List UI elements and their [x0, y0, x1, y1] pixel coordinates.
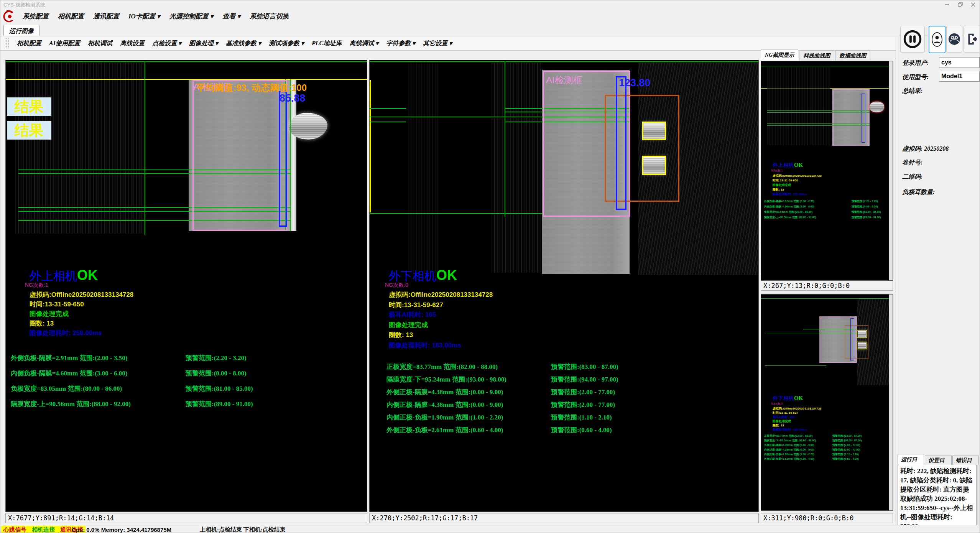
mini-measurement-warn: 预警范围:(2.00 - 77.00) [832, 448, 860, 452]
mini-measurement-value: 外侧正极-负极=2.61mm 范围:(0.60 - 4.00) [764, 457, 814, 461]
measurement-warn-range: 预警范围:(0.60 - 4.00) [551, 426, 612, 434]
mid-measure-line [370, 122, 406, 122]
tab-data-curve[interactable]: 数据曲线图 [835, 51, 870, 61]
toolbar-item[interactable]: 相机配置 [13, 39, 45, 48]
toolbar-item[interactable]: 离线调试 ▾ [345, 39, 382, 48]
mini-measurement-warn: 预警范围:(94.00 - 97.00) [832, 439, 862, 443]
exit-button[interactable] [964, 26, 980, 53]
mid-guide-line [370, 61, 759, 62]
mid-tab-box-yellow [642, 156, 666, 175]
measurement-warn-range: 预警范围:(81.00 - 85.00) [186, 384, 253, 393]
thumb1-ng: NG次数:1 [771, 169, 783, 173]
measurement-row: 外侧正极-隔膜=4.38mm 范围:(0.00 - 9.00) 预警范围:(2.… [386, 388, 755, 400]
mid-camera-result: OK [436, 267, 457, 283]
toolbar-item[interactable]: PLC地址库 [308, 39, 345, 48]
left-guide-vline [145, 61, 145, 235]
thumb2-line [765, 333, 857, 333]
menu-item[interactable]: 系统配置 [18, 12, 53, 21]
mini-measurement-row: 隔膜宽度-下=95.24mm 范围:(93.00 - 98.00) 预警范围:(… [764, 439, 889, 443]
tab-run-log[interactable]: 运行日志 [898, 454, 924, 465]
left-metal-tab-image [289, 113, 327, 140]
measurement-row: 内侧正极-负极=1.90mm 范围:(1.00 - 2.20) 预警范围:(1.… [386, 413, 755, 426]
toolbar-items: 相机配置AI使用配置相机调试离线设置点检设置 ▾图像处理 ▾基准线参数 ▾测试项… [13, 39, 456, 48]
thumbnail-upper-camera[interactable]: 外上相机OK NG次数:1 虚拟码:Offline202502081331347… [761, 61, 893, 281]
toolbar-item[interactable]: AI使用配置 [45, 39, 84, 48]
tab-ng-snapshot[interactable]: NG截图显示 [761, 49, 798, 61]
menubar: 系统配置相机配置通讯配置IO卡配置 ▾光源控制配置 ▾查看 ▾系统语言切换 [0, 8, 980, 24]
check-status: 上相机:点检结束 下相机:点检结束 [200, 526, 286, 533]
restore-button[interactable] [954, 1, 966, 8]
thumb1-metal-tab [870, 102, 884, 112]
toolbar-item[interactable]: 字符参数 ▾ [382, 39, 419, 48]
thumb1-result: OK [794, 162, 803, 168]
thumb1-scrollbar[interactable] [889, 61, 893, 280]
toolbar-item[interactable]: 点检设置 ▾ [148, 39, 185, 48]
negative-tab-count-label: 负极耳数量: [902, 188, 935, 196]
left-ng-count: NG次数:1 [25, 282, 48, 289]
mini-measurement-value: 隔膜宽度-上=90.56mm 范围:(88.00 - 92.00) [764, 216, 816, 219]
toolbar-grip[interactable] [6, 38, 9, 48]
mini-measurement-value: 外侧正极-隔膜=4.38mm 范围:(0.00 - 9.00) [764, 443, 814, 447]
thumb2-coordinate-bar: X:311;Y:980;R:0;G:0;B:0 [761, 513, 893, 523]
pause-button[interactable] [900, 26, 925, 53]
thumb1-measure-box [862, 94, 865, 143]
toolbar-item[interactable]: 测试项参数 ▾ [265, 39, 308, 48]
close-button[interactable] [967, 1, 979, 8]
mini-measurement-row: 外侧负极-隔膜=2.91mm 范围:(2.00 - 3.50) 预警范围:(2.… [764, 199, 889, 205]
tab-line-curve[interactable]: 料线曲线图 [799, 51, 834, 61]
thumb1-texture [767, 67, 830, 145]
toolbar-item[interactable]: 离线设置 [116, 39, 148, 48]
mid-ai-box-label: AI检测框 [546, 74, 582, 86]
status-bar: 心跳信号 相机连接 通讯连接 Cpu: 0.0% Memory: 3424.41… [0, 525, 980, 533]
thumb1-elapsed: 图像处理耗时: 258.00ms [773, 192, 807, 196]
mid-camera-view[interactable]: AI检测框 123.80 外下相机OK NG次数:0 虚拟码:Offline20… [369, 60, 759, 512]
user-icon [931, 31, 943, 48]
model-field[interactable]: Model1 [939, 71, 980, 82]
thumb2-ai-time: 极耳AI耗时: 165 [773, 415, 795, 419]
app-window: CYS-视觉检测系统 系统配置相机配置通讯配置IO卡配置 ▾光源控制配置 ▾查看… [0, 0, 980, 533]
tab-settings-log[interactable]: 设置日志 [925, 456, 951, 465]
menu-item[interactable]: IO卡配置 ▾ [124, 12, 165, 21]
mid-long-line [370, 213, 542, 214]
user-button[interactable] [929, 26, 945, 53]
measurement-value: 外侧负极-隔膜=2.91mm 范围:(2.00 - 3.50) [11, 354, 127, 362]
toolbar-item[interactable]: 其它设置 ▾ [419, 39, 456, 48]
mini-measurement-value: 正极宽度=83.77mm 范围:(82.00 - 88.00) [764, 434, 812, 438]
cpu-memory-status: Cpu: 0.0% Memory: 3424.41796875M [72, 526, 171, 533]
thumb2-guide-line [761, 298, 890, 299]
toolbar-item[interactable]: 基准线参数 ▾ [222, 39, 265, 48]
toolbar-item[interactable]: 相机调试 [84, 39, 116, 48]
left-ai-detect-box [192, 80, 287, 231]
thumb2-line [765, 365, 826, 366]
left-virtual-code: 虚拟码:Offline20250208133134728 [30, 290, 133, 299]
thumb2-tab-box [857, 330, 867, 338]
tab-error-log[interactable]: 错误日志 [952, 456, 979, 465]
log-scrollbar[interactable] [977, 465, 980, 533]
mid-process-done: 图像处理完成 [389, 321, 428, 329]
measurement-row: 外侧正极-负极=2.61mm 范围:(0.60 - 4.00) 预警范围:(0.… [386, 426, 755, 438]
mini-measurement-row: 负极宽度=83.05mm 范围:(80.00 - 86.00) 预警范围:(81… [764, 210, 889, 216]
menu-item[interactable]: 查看 ▾ [218, 12, 245, 21]
users-button[interactable] [946, 26, 962, 53]
minimize-button[interactable] [941, 1, 953, 8]
thumb2-elapsed: 图像处理耗时: 183.00ms [773, 428, 807, 432]
mini-measurement-row: 内侧正极-隔膜=4.38mm 范围:(0.00 - 9.00) 预警范围:(2.… [764, 448, 889, 452]
exit-icon [965, 32, 979, 46]
menu-item[interactable]: 相机配置 [53, 12, 89, 21]
mini-measurement-warn: 预警范围:(1.10 - 2.10) [832, 452, 858, 456]
mini-measurement-warn: 预警范围:(0.00 - 8.00) [852, 205, 878, 209]
thumbnail-lower-camera[interactable]: 外下相机OK NG次数:0 虚拟码:Offline202502081331347… [761, 294, 893, 511]
left-camera-view[interactable]: AI检测框 平均阈值:93, 动态阈值:100 85.88 外上相机OK NG次… [5, 60, 367, 512]
users-icon [947, 32, 961, 46]
menu-item[interactable]: 通讯配置 [89, 12, 124, 21]
mid-virtual-code: 虚拟码:Offline20250208133134728 [389, 290, 493, 299]
app-logo-icon [2, 10, 15, 23]
mini-measurement-value: 内侧正极-负极=1.90mm 范围:(1.00 - 2.20) [764, 452, 814, 456]
menu-item[interactable]: 光源控制配置 ▾ [165, 12, 218, 21]
login-user-field[interactable]: cys [939, 57, 980, 68]
thumb2-scrollbar[interactable] [889, 294, 893, 510]
toolbar-item[interactable]: 图像处理 ▾ [185, 39, 222, 48]
menu-item[interactable]: 系统语言切换 [245, 12, 293, 21]
thumb2-result: OK [794, 395, 803, 401]
tab-run-image[interactable]: 运行图像 [3, 25, 39, 36]
